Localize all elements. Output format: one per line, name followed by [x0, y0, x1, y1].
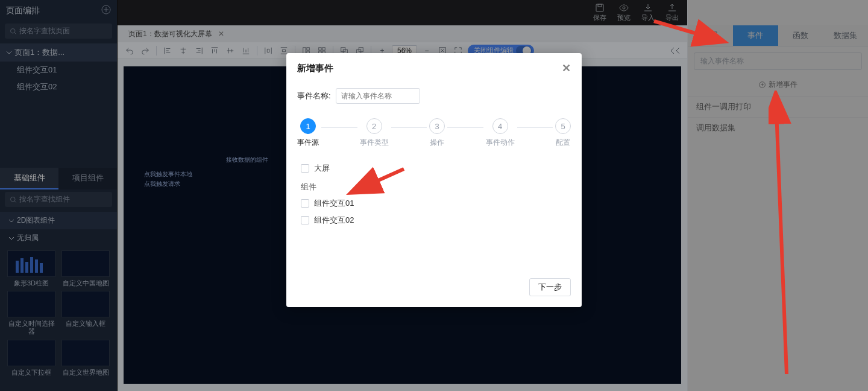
modal-backdrop[interactable]: 新增事件 ✕ 事件名称: 1事件源 2事件类型 3操作 4事件动作 5配置 大屏… — [0, 0, 868, 391]
checkbox-component[interactable]: 组件交互01 — [301, 195, 567, 212]
step-type[interactable]: 2事件类型 — [360, 118, 389, 148]
event-name-input[interactable] — [336, 88, 420, 104]
step-action[interactable]: 4事件动作 — [486, 118, 515, 148]
add-event-modal: 新增事件 ✕ 事件名称: 1事件源 2事件类型 3操作 4事件动作 5配置 大屏… — [286, 53, 582, 307]
close-icon[interactable]: ✕ — [562, 62, 571, 75]
modal-title: 新增事件 — [297, 63, 333, 74]
checkbox-component[interactable]: 组件交互02 — [301, 212, 567, 229]
step-config[interactable]: 5配置 — [555, 118, 571, 148]
checkbox-bigscreen[interactable]: 大屏 — [301, 160, 567, 177]
wizard-steps: 1事件源 2事件类型 3操作 4事件动作 5配置 — [286, 112, 582, 151]
step-source[interactable]: 1事件源 — [297, 118, 319, 148]
next-button[interactable]: 下一步 — [529, 278, 571, 296]
step-operation[interactable]: 3操作 — [429, 118, 445, 148]
event-name-label: 事件名称: — [297, 91, 331, 101]
checkbox-icon — [301, 216, 309, 224]
checkbox-icon — [301, 199, 309, 208]
group-component-label: 组件 — [301, 177, 567, 195]
checkbox-icon — [301, 164, 309, 173]
